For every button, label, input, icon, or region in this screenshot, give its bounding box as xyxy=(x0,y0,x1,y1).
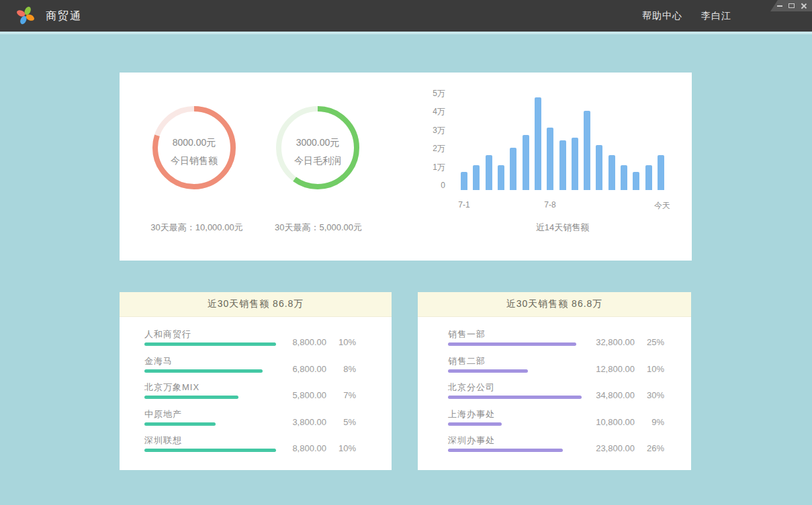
rank-row-bar xyxy=(448,396,582,399)
y-axis-tick: 4万 xyxy=(433,106,445,118)
rank-row-values: 32,800.0025% xyxy=(596,337,664,347)
rank-row-percent: 5% xyxy=(336,417,356,427)
rank-row-name: 中原地产 xyxy=(144,408,182,420)
rank-row-values: 6,800.008% xyxy=(292,364,356,374)
bar xyxy=(523,135,529,190)
rank-row-amount: 5,800.00 xyxy=(292,390,326,400)
bar xyxy=(473,165,480,190)
rank-row-values: 3,800.005% xyxy=(292,417,356,427)
donut-center-text: 8000.00元 今日销售额 xyxy=(147,137,241,167)
rank-row-amount: 8,800.00 xyxy=(292,443,326,453)
close-icon[interactable] xyxy=(801,3,807,9)
today-sales-caption: 今日销售额 xyxy=(147,155,241,167)
rank-row-bar xyxy=(144,449,276,452)
rank-row-bar xyxy=(448,369,528,373)
user-name-link[interactable]: 李白江 xyxy=(701,10,731,22)
bar-chart-y-axis: 5万4万3万2万1万0 xyxy=(415,93,445,197)
bar xyxy=(596,145,602,190)
y-axis-tick: 3万 xyxy=(433,124,445,136)
rank-row-name: 销售一部 xyxy=(448,328,486,340)
bar xyxy=(559,140,566,190)
rank-row: 深圳联想8,800.0010% xyxy=(144,434,356,461)
maximize-icon[interactable] xyxy=(788,3,795,8)
rank-row-bar xyxy=(448,422,502,426)
rank-row-amount: 12,800.00 xyxy=(596,364,635,374)
rank-card-title: 近30天销售额 86.8万 xyxy=(418,292,691,317)
rank-row-name: 北京分公司 xyxy=(448,381,495,394)
today-profit-donut-chart: 3000.00元 今日毛利润 xyxy=(271,101,365,195)
today-sales-donut-chart: 8000.00元 今日销售额 xyxy=(147,101,241,195)
rank-row-percent: 10% xyxy=(644,364,664,374)
bar xyxy=(461,172,467,190)
rank-row-amount: 34,800.00 xyxy=(596,390,635,400)
rank-row-values: 34,800.0030% xyxy=(596,390,664,400)
bar-chart-bars xyxy=(461,97,664,190)
rank-row: 北京分公司34,800.0030% xyxy=(448,381,664,408)
rank-rows: 销售一部32,800.0025%销售二部12,800.0010%北京分公司34,… xyxy=(448,328,664,470)
rank-row-amount: 10,800.00 xyxy=(596,417,635,427)
rank-row-name: 北京万象MIX xyxy=(144,381,199,394)
rank-row-percent: 26% xyxy=(644,443,664,453)
rank-row-amount: 8,800.00 xyxy=(292,337,326,347)
rank-row-percent: 25% xyxy=(644,337,664,347)
rank-row: 北京万象MIX5,800.007% xyxy=(144,381,356,408)
rank-row-amount: 3,800.00 xyxy=(292,417,326,427)
rank-row-values: 12,800.0010% xyxy=(596,364,664,374)
rank-row-values: 8,800.0010% xyxy=(292,337,356,347)
rank-rows: 人和商贸行8,800.0010%金海马6,800.008%北京万象MIX5,80… xyxy=(144,328,356,470)
rank-row: 销售一部32,800.0025% xyxy=(448,328,664,355)
bar xyxy=(486,155,492,190)
bar xyxy=(498,165,504,190)
titlebar-highlight-strip xyxy=(0,32,812,34)
rank-row-percent: 9% xyxy=(644,417,664,427)
bar xyxy=(608,155,615,190)
rank-row-percent: 30% xyxy=(644,390,664,400)
rank-row: 上海办事处10,800.009% xyxy=(448,408,664,435)
rank-row-bar xyxy=(144,396,238,399)
bar xyxy=(547,128,553,190)
bar xyxy=(584,111,590,190)
rank-row: 金海马6,800.008% xyxy=(144,355,356,382)
rank-row-values: 5,800.007% xyxy=(292,390,356,400)
rank-card-title: 近30天销售额 86.8万 xyxy=(120,292,392,317)
bar xyxy=(510,148,516,190)
rank-row-bar xyxy=(448,449,563,452)
bar xyxy=(658,155,664,190)
y-axis-tick: 1万 xyxy=(433,161,445,173)
rank-row-amount: 23,800.00 xyxy=(596,443,635,453)
bar xyxy=(572,138,578,190)
rank-row-amount: 32,800.00 xyxy=(596,337,635,347)
minimize-icon[interactable] xyxy=(777,5,782,7)
rank-row-name: 销售二部 xyxy=(448,355,486,367)
today-profit-value: 3000.00元 xyxy=(271,137,365,149)
titlebar: 商贸通 帮助中心 李白江 xyxy=(0,0,812,32)
rank-row-values: 8,800.0010% xyxy=(292,443,356,453)
rank-row-percent: 10% xyxy=(336,443,356,453)
overview-card: 8000.00元 今日销售额 30天最高：10,000.00元 3000.00元… xyxy=(120,73,692,261)
app-title: 商贸通 xyxy=(46,0,82,32)
customer-sales-rank-card: 近30天销售额 86.8万 人和商贸行8,800.0010%金海马6,800.0… xyxy=(120,292,392,470)
x-axis-tick: 7-8 xyxy=(535,200,565,210)
rank-row-bar xyxy=(144,369,263,373)
rank-row-amount: 6,800.00 xyxy=(292,364,326,374)
rank-row-name: 深圳联想 xyxy=(144,434,182,447)
x-axis-tick: 7-1 xyxy=(449,200,479,210)
y-axis-tick: 2万 xyxy=(433,143,445,154)
today-sales-value: 8000.00元 xyxy=(147,137,241,149)
rank-row: 深圳办事处23,800.0026% xyxy=(448,434,664,461)
app-logo-pinwheel-icon xyxy=(16,6,35,25)
bar-chart-title: 近14天销售额 xyxy=(461,222,664,234)
rank-row: 销售二部12,800.0010% xyxy=(448,355,664,382)
rank-row: 中原地产3,800.005% xyxy=(144,408,356,435)
department-sales-rank-card: 近30天销售额 86.8万 销售一部32,800.0025%销售二部12,800… xyxy=(418,292,691,470)
rank-row: 人和商贸行8,800.0010% xyxy=(144,328,356,355)
app-window: { "window": { "app_title": "商贸通", "nav":… xyxy=(0,0,812,505)
help-center-link[interactable]: 帮助中心 xyxy=(642,10,682,22)
rank-row-name: 人和商贸行 xyxy=(144,328,191,340)
rank-row-percent: 8% xyxy=(336,364,356,374)
rank-row-name: 深圳办事处 xyxy=(448,434,495,447)
rank-row-name: 金海马 xyxy=(144,355,173,367)
rank-row-bar xyxy=(448,342,576,346)
rank-row-bar xyxy=(144,342,276,346)
rank-row-bar xyxy=(144,422,216,426)
